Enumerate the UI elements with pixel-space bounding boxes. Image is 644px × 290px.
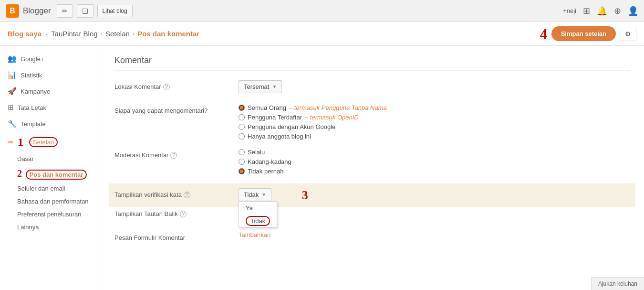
annotation-4: 4 [540,26,548,42]
kadang-label: Kadang-kadang [248,158,291,165]
verifikasi-option-tidak[interactable]: Tidak [239,215,277,227]
form-row-lokasi: Lokasi Komentar ? Tersemat ▼ [114,80,630,96]
edit-button[interactable]: ✏ [57,4,73,18]
verifikasi-option-ya[interactable]: Ya [239,202,277,215]
sidebar-label-template: Template [21,120,46,128]
copy-button[interactable]: ❑ [77,4,93,18]
topbar-right: +neji ⊞ 🔔 ⊕ 👤 [563,6,638,16]
google-label: Pengguna dengan Akun Google [248,123,335,130]
tambahkan-link[interactable]: Tambahkan [239,231,270,238]
radio-tidak-pernah[interactable]: Tidak pernah [239,168,630,175]
radio-google-input[interactable] [239,124,245,130]
lokasi-dropdown[interactable]: Tersemat ▼ [239,80,282,93]
tata-letak-icon: ⊞ [8,103,14,112]
kampanye-icon: 🚀 [8,87,17,96]
annotation-1: 1 [18,136,23,149]
radio-kadang-input[interactable] [239,159,245,165]
form-row-tautan: Tampilkan Tautan Balik ? n ▼ [114,207,630,223]
verifikasi-text: Tampilkan verifikasi kata [114,191,182,198]
sidebar-label-kampanye: Kampanye [21,88,50,95]
annotation-3: 3 [302,188,308,202]
selalu-label: Selalu [248,149,265,156]
sidebar-item-kampanye[interactable]: 🚀 Kampanye [0,83,100,99]
statusbar[interactable]: Ajukan keluhan [591,277,644,290]
bell-icon[interactable]: 🔔 [597,6,607,16]
moderasi-text: Moderasi Komentar [114,151,168,159]
label-siapa: Siapa yang dapat mengomentari? [114,104,239,114]
radio-terdaftar-input[interactable] [239,114,245,120]
radio-tidak-pernah-input[interactable] [239,168,245,174]
topbar: B Blogger ✏ ❑ Lihat blog +neji ⊞ 🔔 ⊕ 👤 [0,0,644,22]
tautan-help-icon[interactable]: ? [180,211,187,217]
add-account-icon[interactable]: ⊕ [614,6,621,16]
sidebar-sub-item-dasar[interactable]: Dasar [0,152,100,165]
label-moderasi: Moderasi Komentar ? [114,149,239,159]
sidebar-item-template[interactable]: 🔧 Template [0,116,100,132]
content-area: Komentar Lokasi Komentar ? Tersemat ▼ Si… [100,46,644,290]
verifikasi-tidak-circled: Tidak [246,216,270,226]
label-lokasi-komentar: Lokasi Komentar ? [114,80,239,90]
avatar-icon[interactable]: 👤 [628,6,638,16]
lokasi-value: Tersemat [244,83,269,90]
form-row-siapa: Siapa yang dapat mengomentari? Semua Ora… [114,104,630,140]
tidak-pernah-label: Tidak pernah [248,168,283,175]
radio-semua-orang-input[interactable] [239,105,245,111]
blogger-logo: B [6,4,19,18]
blog-name: TauPintar Blog [51,30,98,38]
grid-icon[interactable]: ⊞ [583,6,590,16]
verifikasi-control: Tidak ▼ Ya Tidak 3 [239,188,630,203]
pos-komentar-label: Pos dan komentar [26,170,87,180]
subheader-right: 4 Simpan setelan ⚙ [540,26,636,42]
radio-kadang[interactable]: Kadang-kadang [239,158,630,165]
setelan-icon: ✏ [8,138,14,147]
radio-semua-orang[interactable]: Semua Orang – termasuk Pengguna Tanpa Na… [239,104,630,111]
label-verifikasi: Tampilkan verifikasi kata ? [114,188,239,198]
lokasi-komentar-text: Lokasi Komentar [114,83,161,90]
sidebar-label-tata-letak: Tata Letak [18,104,46,111]
sidebar-sub-item-seluler[interactable]: Seluler dan email [0,182,100,195]
moderasi-help-icon[interactable]: ? [170,152,177,159]
sidebar-item-tata-letak[interactable]: ⊞ Tata Letak [0,99,100,116]
lokasi-help-icon[interactable]: ? [163,84,170,90]
simpan-setelan-button[interactable]: Simpan setelan [551,26,616,41]
radio-selalu[interactable]: Selalu [239,149,630,156]
sidebar-sub-item-preferensi[interactable]: Preferensi penelusuran [0,208,100,221]
verifikasi-dropdown-menu: Ya Tidak [239,201,277,228]
settings-gear-button[interactable]: ⚙ [620,27,636,41]
sidebar-item-google-plus[interactable]: 👥 Google+ [0,51,100,67]
siapa-text: Siapa yang dapat mengomentari? [114,107,208,114]
pesan-control: Tambahkan [239,231,630,238]
google-plus-icon: 👥 [8,54,17,63]
form-row-moderasi: Moderasi Komentar ? Selalu Kadang-kadang… [114,149,630,175]
sidebar-item-statistik[interactable]: 📊 Statistik [0,67,100,83]
section-title: Komentar [114,55,630,71]
sidebar-sub-item-pos-dan-komentar[interactable]: 2 Pos dan komentar [0,165,100,182]
annotation-2: 2 [17,168,22,179]
label-tautan: Tampilkan Tautan Balik ? [114,207,239,217]
moderasi-radio-group: Selalu Kadang-kadang Tidak pernah [239,149,630,175]
radio-selalu-input[interactable] [239,149,245,155]
siapa-radio-group: Semua Orang – termasuk Pengguna Tanpa Na… [239,104,630,140]
semua-orang-suffix: – termasuk Pengguna Tanpa Nama [289,104,387,111]
radio-akun-google[interactable]: Pengguna dengan Akun Google [239,123,630,130]
radio-anggota-input[interactable] [239,133,245,140]
sidebar-item-setelan[interactable]: ✏ 1 Setelan [0,132,100,152]
tautan-control: n ▼ [239,207,630,220]
sidebar-label-setelan: Setelan [29,137,58,147]
sidebar-sub-item-bahasa[interactable]: Bahasa dan pemformatan [0,195,100,208]
statusbar-label: Ajukan keluhan [598,280,637,287]
verifikasi-dropdown[interactable]: Tidak ▼ [239,188,271,201]
breadcrumb-arrow1: › [101,30,103,37]
verifikasi-dropdown-arrow: ▼ [261,192,266,197]
sidebar-sub-menu: Dasar 2 Pos dan komentar Seluler dan ema… [0,152,100,234]
blog-saya-link[interactable]: Blog saya [8,30,42,38]
user-name: +neji [563,7,576,14]
statistik-icon: 📊 [8,71,17,79]
radio-anggota-blog[interactable]: Hanya anggota blog ini [239,133,630,140]
anggota-label: Hanya anggota blog ini [248,133,311,140]
radio-pengguna-terdaftar[interactable]: Pengguna Terdaftar – termasuk OpenID [239,114,630,121]
lihat-blog-button[interactable]: Lihat blog [97,5,133,17]
breadcrumb-sep1: · [45,30,47,38]
sidebar-sub-item-lainnya[interactable]: Lainnya [0,221,100,234]
verifikasi-help-icon[interactable]: ? [184,192,190,198]
